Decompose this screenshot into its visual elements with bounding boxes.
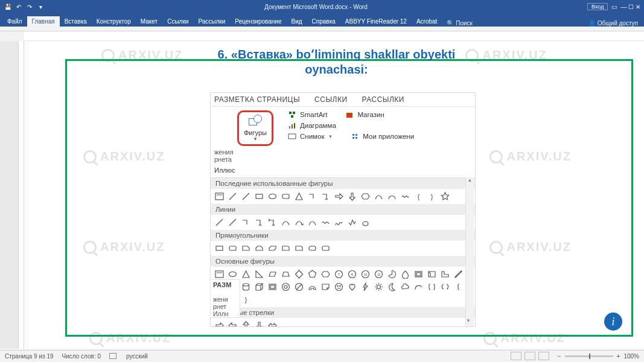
tab-review[interactable]: Рецензирование xyxy=(230,16,286,27)
rounded-rect-icon[interactable] xyxy=(228,243,238,253)
language-indicator[interactable]: русский xyxy=(126,353,148,360)
heptagon-icon[interactable]: 7 xyxy=(334,269,344,279)
round-diag-rect-icon[interactable] xyxy=(320,243,331,253)
parallelogram-icon[interactable] xyxy=(267,269,278,279)
word-count[interactable]: Число слов: 0 xyxy=(62,353,101,360)
tab-abbyy[interactable]: ABBYY FineReader 12 xyxy=(340,16,412,27)
cloud-icon[interactable] xyxy=(400,282,410,292)
sniprnd-rect-icon[interactable] xyxy=(281,243,291,253)
half-frame-icon[interactable] xyxy=(427,269,437,279)
donut-icon[interactable] xyxy=(281,282,291,292)
arc-icon[interactable] xyxy=(387,191,397,202)
right-arrow-icon[interactable] xyxy=(334,191,344,202)
pie-icon[interactable] xyxy=(387,269,397,279)
tab-design[interactable]: Конструктор xyxy=(92,16,136,27)
pentagon-icon[interactable] xyxy=(307,269,317,279)
snip-diag-rect-icon[interactable] xyxy=(267,243,278,253)
smartart-button[interactable]: SmartArt xyxy=(300,111,327,118)
right-brace-icon[interactable]: } xyxy=(427,191,437,202)
left-bracket-icon[interactable] xyxy=(453,282,464,292)
maximize-icon[interactable]: ☐ xyxy=(628,4,634,10)
minimize-icon[interactable]: ― xyxy=(620,4,626,10)
redo-icon[interactable]: ↷ xyxy=(25,2,34,11)
frame-icon[interactable] xyxy=(413,269,424,279)
right-triangle-icon[interactable] xyxy=(254,269,264,279)
can-icon[interactable] xyxy=(241,282,251,292)
line-icon[interactable] xyxy=(241,191,251,202)
right-arrow-icon[interactable] xyxy=(214,320,225,326)
triangle-icon[interactable] xyxy=(241,269,251,279)
web-layout-icon[interactable] xyxy=(538,352,549,360)
my-apps-button[interactable]: Мои приложени xyxy=(363,133,414,140)
wave-icon[interactable] xyxy=(320,217,331,227)
info-icon[interactable]: i xyxy=(604,313,622,331)
save-icon[interactable]: 💾 xyxy=(4,2,12,11)
zoom-level[interactable]: 100% xyxy=(623,353,639,360)
line-icon[interactable] xyxy=(228,191,238,202)
line-icon[interactable] xyxy=(228,217,238,227)
freeform-closed-icon[interactable] xyxy=(360,217,371,227)
close-icon[interactable]: ✕ xyxy=(636,4,640,10)
zoom-slider[interactable] xyxy=(565,355,613,357)
decagon-icon[interactable]: 10 xyxy=(360,269,371,279)
oval-icon[interactable] xyxy=(267,191,278,202)
dodecagon-icon[interactable]: 12 xyxy=(374,269,384,279)
moon-icon[interactable] xyxy=(387,282,397,292)
screenshot-button[interactable]: Снимок xyxy=(300,133,324,140)
spellcheck-icon[interactable] xyxy=(109,353,118,360)
diag-stripe-icon[interactable] xyxy=(453,269,464,279)
up-arrow-icon[interactable] xyxy=(241,320,251,326)
hexagon-icon[interactable] xyxy=(360,191,371,202)
rectangle-icon[interactable] xyxy=(214,243,225,253)
vertical-ruler[interactable] xyxy=(0,41,24,349)
tab-acrobat[interactable]: Acrobat xyxy=(412,16,442,27)
ribbon-display-icon[interactable]: ▭ xyxy=(611,4,617,10)
zoom-out-icon[interactable]: − xyxy=(558,353,561,360)
line-icon[interactable] xyxy=(214,217,225,227)
undo-icon[interactable]: ↶ xyxy=(14,2,23,11)
tab-help[interactable]: Справка xyxy=(307,16,340,27)
sun-icon[interactable] xyxy=(374,282,384,292)
qat-more-icon[interactable]: ▾ xyxy=(36,2,45,11)
zoom-control[interactable]: − + 100% xyxy=(558,353,639,360)
folded-corner-icon[interactable] xyxy=(320,282,331,292)
arc-icon[interactable] xyxy=(413,282,424,292)
down-arrow-icon[interactable] xyxy=(347,191,357,202)
snip2-rect-icon[interactable] xyxy=(254,243,264,253)
read-mode-icon[interactable] xyxy=(511,352,521,360)
rectangle-icon[interactable] xyxy=(254,191,264,202)
curve-arrow-icon[interactable] xyxy=(294,217,304,227)
elbow-icon[interactable] xyxy=(307,191,317,202)
round1-rect-icon[interactable] xyxy=(294,243,304,253)
trapezoid-icon[interactable] xyxy=(281,269,291,279)
triangle-icon[interactable] xyxy=(294,191,304,202)
elbow-arrow-icon[interactable] xyxy=(254,217,264,227)
bevel-icon[interactable] xyxy=(267,282,278,292)
tab-layout[interactable]: Макет xyxy=(136,16,162,27)
scroll-up-icon[interactable]: ▲ xyxy=(466,177,474,186)
scroll-down-icon[interactable]: ▼ xyxy=(466,318,471,326)
teardrop-icon[interactable] xyxy=(400,269,410,279)
ruler[interactable] xyxy=(24,31,644,41)
block-arc-icon[interactable] xyxy=(307,282,317,292)
share-button[interactable]: 👤 Общий доступ xyxy=(588,20,644,27)
left-arrow-icon[interactable] xyxy=(228,320,238,326)
zoom-in-icon[interactable]: + xyxy=(617,353,620,360)
store-button[interactable]: Магазин xyxy=(357,111,384,118)
double-brace-icon[interactable] xyxy=(440,282,450,292)
down-arrow-icon[interactable] xyxy=(254,320,264,326)
shapes-button[interactable]: Фигуры ▼ xyxy=(237,110,273,146)
no-symbol-icon[interactable] xyxy=(294,282,304,292)
snip1-rect-icon[interactable] xyxy=(241,243,251,253)
l-shape-icon[interactable] xyxy=(440,269,450,279)
lightning-icon[interactable] xyxy=(360,282,371,292)
tab-view[interactable]: Вид xyxy=(287,16,307,27)
heart-icon[interactable] xyxy=(347,282,357,292)
left-brace-icon[interactable]: { xyxy=(413,191,424,202)
tab-mailings[interactable]: Рассылки xyxy=(193,16,230,27)
oval-icon[interactable] xyxy=(228,269,238,279)
scribble-icon[interactable] xyxy=(347,217,357,227)
smiley-icon[interactable] xyxy=(334,282,344,292)
octagon-icon[interactable]: 8 xyxy=(347,269,357,279)
freeform-icon[interactable] xyxy=(334,217,344,227)
